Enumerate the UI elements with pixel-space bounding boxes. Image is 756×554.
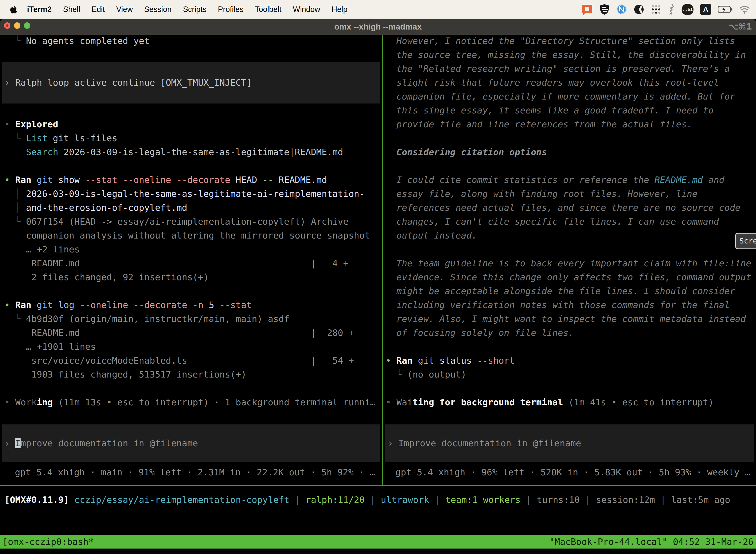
menu-item-toolbelt[interactable]: Toolbelt bbox=[249, 5, 287, 14]
window-shortcut-hint: ⌥⌘1 bbox=[729, 19, 752, 35]
blue-badge-icon[interactable] bbox=[616, 4, 627, 15]
menu-bar: iTerm2 Shell Edit View Session Scripts P… bbox=[0, 0, 756, 19]
terminal-line: │ and-the-erosion-of-copyleft.md bbox=[4, 201, 379, 215]
terminal-line: • Ran git log --oneline --decorate -n 5 … bbox=[4, 298, 379, 312]
right-pane-output: However, I noticed the "Directory Struct… bbox=[386, 34, 755, 409]
terminal-line bbox=[4, 382, 379, 395]
left-inject-box: › Ralph loop active continue [OMX_TMUX_I… bbox=[2, 62, 380, 104]
terminal-line bbox=[386, 131, 755, 145]
tmux-status-bar: [omx-cczip0:bash* "MacBook-Pro-44.local"… bbox=[0, 535, 756, 549]
terminal-line: • Working (11m 13s • esc to interrupt) ·… bbox=[4, 395, 379, 409]
terminal-line: might be acceptable alongside the file l… bbox=[386, 284, 755, 298]
battery-icon[interactable] bbox=[718, 6, 733, 13]
terminal-line: … +1901 lines bbox=[4, 340, 379, 354]
left-prompt-input[interactable]: › Improve documentation in @filename bbox=[2, 425, 380, 462]
terminal-line: Search 2026-03-09-is-legal-the-same-as-l… bbox=[4, 145, 379, 159]
terminal-line bbox=[386, 159, 755, 173]
privacy-shield-icon[interactable] bbox=[599, 4, 610, 15]
terminal-line bbox=[386, 340, 755, 354]
pane-divider-vertical[interactable] bbox=[382, 35, 383, 485]
menu-item-help[interactable]: Help bbox=[326, 5, 353, 14]
left-prompt-line: › Improve documentation in @filename bbox=[2, 436, 380, 450]
terminal-line bbox=[386, 242, 755, 257]
terminal-line: • Ran git status --short bbox=[386, 354, 755, 368]
terminal-line: provide file and line references from th… bbox=[386, 117, 755, 131]
inject-line: › Ralph loop active continue [OMX_TMUX_I… bbox=[2, 76, 380, 90]
screen-tooltip[interactable]: Scre bbox=[735, 233, 756, 249]
terminal-line: └ List git ls-files bbox=[4, 131, 379, 145]
terminal-line bbox=[4, 284, 379, 298]
dots-grid-icon[interactable] bbox=[651, 4, 661, 15]
a-app-icon[interactable]: A bbox=[700, 4, 711, 15]
battery-percent-badge-icon[interactable]: ..61 bbox=[682, 4, 693, 15]
terminal-line: └ 4b9d30f (origin/main, instructkr/main,… bbox=[4, 312, 379, 326]
close-button[interactable] bbox=[4, 22, 10, 29]
terminal-line: README.md | 4 + bbox=[4, 257, 379, 270]
terminal-line: slight risk that future readers may over… bbox=[386, 76, 755, 90]
menu-item-window[interactable]: Window bbox=[287, 5, 326, 14]
menu-item-shell[interactable]: Shell bbox=[57, 5, 86, 14]
terminal-line: However, I noticed the "Directory Struct… bbox=[386, 34, 755, 48]
terminal-line: references need actual files, and since … bbox=[386, 201, 755, 215]
tmux-host-clock: "MacBook-Pro-44.local" 04:52 31-Mar-26 bbox=[549, 535, 754, 549]
terminal-line: I could cite commit statistics or refere… bbox=[386, 173, 755, 187]
menu-item-session[interactable]: Session bbox=[138, 5, 177, 14]
terminal-line: • Explored bbox=[4, 117, 379, 131]
right-prompt-input[interactable]: › Improve documentation in @filename bbox=[385, 425, 754, 462]
minimize-button[interactable] bbox=[14, 22, 20, 29]
terminal-line: │ 2026-03-09-is-legal-the-same-as-legiti… bbox=[4, 187, 379, 201]
terminal-line: Considering citation options bbox=[386, 145, 755, 159]
terminal-line: output instead. bbox=[386, 229, 755, 242]
terminal-line: └ 067f154 (HEAD -> essay/ai-reimplementa… bbox=[4, 215, 379, 229]
menu-item-view[interactable]: View bbox=[111, 5, 139, 14]
terminal-line: 1903 files changed, 513517 insertions(+) bbox=[4, 368, 379, 382]
terminal-line: src/voice/voiceModeEnabled.ts | 54 + bbox=[4, 354, 379, 368]
terminal-line: this single essay, it seems like a good … bbox=[386, 104, 755, 117]
terminal-line: • Ran git show --stat --oneline --decora… bbox=[4, 173, 379, 187]
terminal-line: … +2 lines bbox=[4, 242, 379, 257]
terminal-line: companion analysis without altering the … bbox=[4, 229, 379, 242]
omx-status-line: [OMX#0.11.9] cczip/essay/ai-reimplementa… bbox=[4, 493, 730, 507]
right-prompt-line: › Improve documentation in @filename bbox=[385, 436, 754, 450]
terminal-line bbox=[4, 159, 379, 173]
window-title: omx --xhigh --madmax bbox=[334, 22, 422, 32]
terminal-line bbox=[4, 104, 379, 117]
terminal-line: changes, I can't cite specific file line… bbox=[386, 215, 755, 229]
terminal-line: The team guideline is to back every impo… bbox=[386, 257, 755, 270]
tmux-session-name: [omx-cczip0:bash* bbox=[2, 535, 94, 549]
terminal-line: review. Also, I might want to inspect th… bbox=[386, 312, 755, 326]
pane-divider-horizontal bbox=[0, 485, 756, 486]
terminal-line: README.md | 280 + bbox=[4, 326, 379, 340]
menu-item-scripts[interactable]: Scripts bbox=[177, 5, 212, 14]
menu-bar-status-area: ..61 A bbox=[581, 0, 750, 19]
squiggle-icon[interactable] bbox=[668, 3, 675, 15]
terminal-line: the "Related research writing" section i… bbox=[386, 62, 755, 76]
right-model-status: gpt-5.4 xhigh · 96% left · 520K in · 5.8… bbox=[395, 465, 750, 479]
terminal-line: of focusing solely on file lines. bbox=[386, 326, 755, 340]
terminal-line bbox=[4, 48, 379, 62]
left-model-status: gpt-5.4 xhigh · main · 91% left · 2.31M … bbox=[15, 465, 375, 479]
dark-circle-icon[interactable] bbox=[633, 4, 644, 15]
menu-item-iterm2[interactable]: iTerm2 bbox=[21, 5, 57, 14]
terminal-line: the source tree, missing the essay. Stil… bbox=[386, 48, 755, 62]
menu-item-edit[interactable]: Edit bbox=[86, 5, 110, 14]
terminal-line: └ No agents completed yet bbox=[4, 34, 379, 48]
screen-record-indicator-icon[interactable] bbox=[581, 4, 593, 15]
window-title-bar: omx --xhigh --madmax bbox=[0, 19, 756, 35]
terminal-line: essay file, along with finding root file… bbox=[386, 187, 755, 201]
terminal-line: • Waiting for background terminal (1m 41… bbox=[386, 395, 755, 409]
terminal-line: including verification notes with those … bbox=[386, 298, 755, 312]
menu-item-profiles[interactable]: Profiles bbox=[212, 5, 249, 14]
terminal-line: evidence. Since this change only affects… bbox=[386, 270, 755, 284]
terminal-line bbox=[386, 382, 755, 395]
terminal-line: 2 files changed, 92 insertions(+) bbox=[4, 270, 379, 284]
terminal-line: └ (no output) bbox=[386, 368, 755, 382]
zoom-button[interactable] bbox=[24, 22, 30, 29]
wifi-icon[interactable] bbox=[739, 5, 750, 14]
terminal-line: companion file, especially if more comme… bbox=[386, 90, 755, 104]
apple-logo-icon[interactable] bbox=[9, 4, 18, 14]
